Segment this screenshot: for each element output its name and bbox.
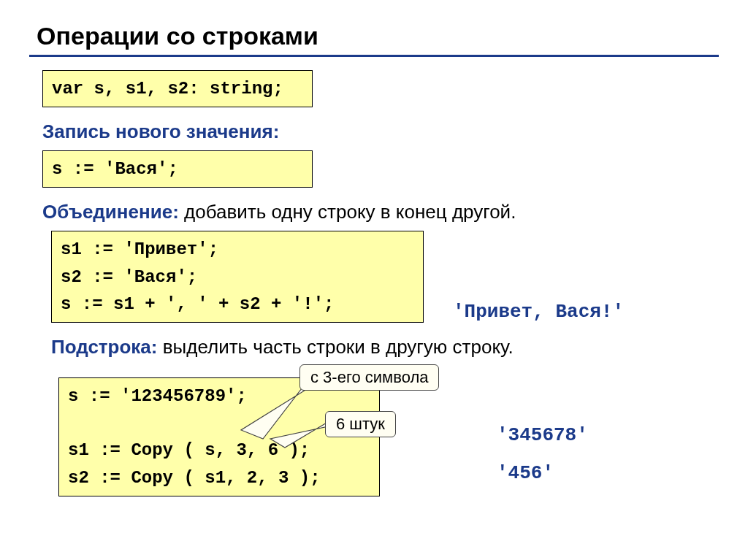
svg-marker-1	[270, 420, 332, 448]
code-concat: s1 := 'Привет'; s2 := 'Вася'; s := s1 + …	[51, 231, 424, 323]
section-concat-tail: добавить одну строку в конец другой.	[179, 201, 516, 223]
section-assign: Запись нового значения:	[42, 120, 719, 143]
code-line: s2 := 'Вася';	[61, 264, 414, 291]
section-concat-head: Объединение:	[42, 201, 179, 223]
section-concat: Объединение: добавить одну строку в коне…	[42, 201, 719, 223]
copy-block: s := '123456789'; s1 := Copy ( s, 3, 6 )…	[29, 377, 719, 496]
title-rule	[29, 55, 719, 57]
section-substr: Подстрока: выделить часть строки в другу…	[51, 336, 719, 358]
callout-count: 6 штук	[325, 411, 396, 437]
code-line: s := s1 + ', ' + s2 + '!';	[61, 291, 414, 318]
code-assign: s := 'Вася';	[42, 150, 313, 188]
copy-results: '345678' '456'	[497, 424, 588, 500]
copy-result-1: '345678'	[497, 424, 588, 446]
copy-result-2: '456'	[497, 462, 588, 484]
code-line: s1 := 'Привет';	[61, 236, 414, 263]
section-assign-head: Запись нового значения:	[42, 120, 279, 142]
code-line: s2 := Copy ( s1, 2, 3 );	[68, 464, 370, 491]
section-substr-tail: выделить часть строки в другую строку.	[157, 336, 513, 358]
section-substr-head: Подстрока:	[51, 336, 157, 358]
concat-result: 'Привет, Вася!'	[453, 301, 624, 323]
callout-from-symbol: с 3-его символа	[299, 364, 439, 391]
slide-title: Операции со строками	[37, 22, 719, 50]
code-declaration: var s, s1, s2: string;	[42, 70, 313, 107]
